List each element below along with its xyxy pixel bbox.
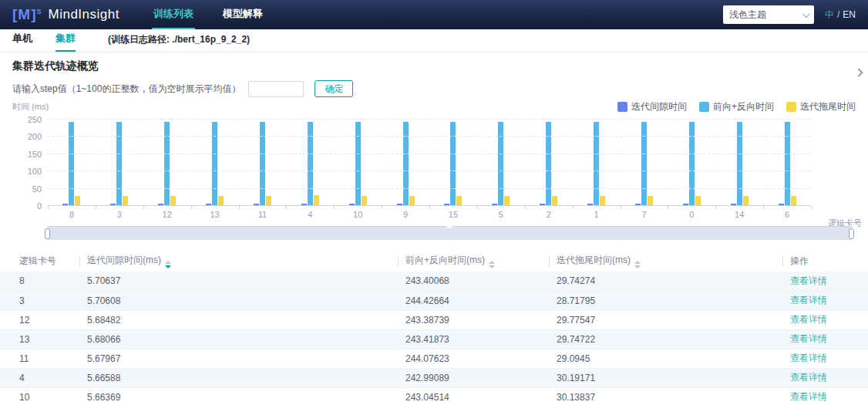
bar (504, 196, 510, 206)
slider-handle-right[interactable] (849, 228, 854, 239)
legend-label: 迭代拖尾时间 (800, 100, 856, 113)
bar-group[interactable] (143, 120, 191, 206)
x-tick-label: 15 (429, 210, 477, 219)
sort-caret-icon[interactable] (165, 261, 171, 268)
x-tick-mark (48, 206, 49, 209)
bar (403, 122, 409, 206)
x-tick-label: 11 (239, 210, 287, 219)
table-row: 85.70637243.4006829.74274查看详情 (0, 272, 868, 291)
sort-caret-icon[interactable] (489, 261, 495, 268)
bar-group[interactable] (239, 120, 287, 206)
tab-single-machine[interactable]: 单机 (12, 32, 32, 52)
bar (218, 196, 224, 206)
table-cell-action: 查看详情 (782, 349, 868, 368)
bar-group[interactable] (191, 120, 239, 206)
bar-group[interactable] (477, 120, 525, 206)
table-cell: 242.99089 (398, 368, 549, 387)
bar (791, 196, 796, 206)
chart-plot: 050100150200250 (48, 120, 811, 206)
table-cell: 29.74274 (549, 272, 782, 291)
column-header-label: 逻辑卡号 (19, 255, 56, 266)
legend-label: 迭代间隙时间 (631, 100, 687, 113)
view-details-link[interactable]: 查看详情 (790, 372, 827, 383)
x-tick-label: 1 (573, 210, 621, 219)
column-header[interactable]: 前向+反向时间(ms) (398, 251, 549, 272)
x-tick-mark (382, 206, 382, 209)
bar-group[interactable] (286, 120, 334, 206)
bar-group[interactable] (668, 120, 715, 206)
view-details-link[interactable]: 查看详情 (790, 391, 827, 402)
slider-handle-left[interactable] (45, 228, 50, 239)
confirm-button[interactable]: 确定 (315, 80, 353, 97)
table-row: 35.70608244.4266428.71795查看详情 (0, 291, 868, 310)
table-row: 125.68482243.3873929.77547查看详情 (0, 310, 868, 329)
x-tick-mark (525, 206, 526, 209)
table-cell: 11 (0, 349, 79, 368)
bar (116, 122, 122, 207)
bar-group[interactable] (382, 120, 429, 206)
gridline (48, 170, 811, 171)
view-details-link[interactable]: 查看详情 (790, 353, 827, 363)
table-cell: 243.38739 (398, 310, 549, 329)
tab-cluster[interactable]: 集群 (56, 32, 76, 52)
bar-group[interactable] (621, 120, 668, 206)
slider-indicator (446, 226, 453, 228)
table-cell-action: 查看详情 (782, 329, 868, 349)
data-zoom-slider[interactable] (47, 226, 852, 240)
app-logo: [M]S MindInsight (12, 0, 119, 29)
legend-item[interactable]: 前向+反向时间 (699, 100, 774, 113)
step-input[interactable] (248, 81, 304, 97)
bar-group[interactable] (573, 120, 621, 206)
table-cell: 5.70637 (79, 272, 398, 291)
x-tick-mark (763, 206, 764, 209)
table-cell-action: 查看详情 (782, 368, 868, 387)
bar (362, 196, 367, 207)
table-cell: 5.70608 (79, 291, 398, 310)
legend-item[interactable]: 迭代间隙时间 (617, 100, 687, 113)
legend-item[interactable]: 迭代拖尾时间 (786, 100, 856, 113)
view-details-link[interactable]: 查看详情 (790, 275, 827, 286)
bar (648, 196, 653, 206)
chevron-right-icon (854, 68, 863, 76)
table-body: 85.70637243.4006829.74274查看详情35.70608244… (0, 272, 868, 405)
tab-model-explanation[interactable]: 模型解释 (221, 0, 264, 29)
view-details-link[interactable]: 查看详情 (790, 314, 827, 325)
bar-group[interactable] (715, 120, 763, 206)
x-tick-label: 0 (668, 210, 715, 219)
bar-group[interactable] (334, 120, 382, 206)
lang-en[interactable]: EN (843, 9, 856, 20)
lang-separator: / (837, 9, 839, 20)
bar-group[interactable] (763, 120, 811, 206)
y-tick-label: 150 (14, 150, 42, 159)
header-nav: 训练列表 模型解释 (152, 0, 291, 29)
page-title: 集群迭代轨迹概览 (12, 59, 856, 73)
tab-training-list[interactable]: 训练列表 (152, 0, 195, 29)
bar-group[interactable] (429, 120, 477, 206)
view-details-link[interactable]: 查看详情 (790, 295, 827, 305)
theme-select-value: 浅色主题 (729, 8, 802, 22)
x-tick-mark (334, 206, 335, 209)
table-cell: 29.0945 (549, 349, 782, 368)
lang-zh[interactable]: 中 (825, 9, 834, 20)
bar (75, 196, 80, 206)
sort-caret-icon[interactable] (634, 261, 641, 268)
bar-group[interactable] (48, 120, 96, 206)
column-header[interactable]: 迭代间隙时间(ms) (79, 251, 398, 272)
collapse-panel-arrow[interactable] (853, 67, 865, 79)
column-header-label: 迭代间隙时间(ms) (87, 255, 161, 265)
bar (695, 196, 701, 206)
x-tick-label: 5 (477, 210, 525, 219)
gridline (48, 119, 811, 120)
bar-group[interactable] (525, 120, 573, 206)
app-header: [M]S MindInsight 训练列表 模型解释 浅色主题 中/EN (0, 0, 868, 29)
column-header-label: 操作 (790, 255, 809, 266)
view-details-link[interactable]: 查看详情 (790, 333, 827, 344)
x-tick-label: 10 (334, 210, 382, 219)
theme-select[interactable]: 浅色主题 (723, 5, 814, 24)
x-tick-mark (811, 206, 812, 209)
legend-swatch (699, 102, 709, 112)
bar-groups (48, 120, 811, 206)
x-tick-mark (621, 206, 621, 209)
column-header[interactable]: 迭代拖尾时间(ms) (549, 251, 782, 272)
bar-group[interactable] (96, 120, 143, 206)
